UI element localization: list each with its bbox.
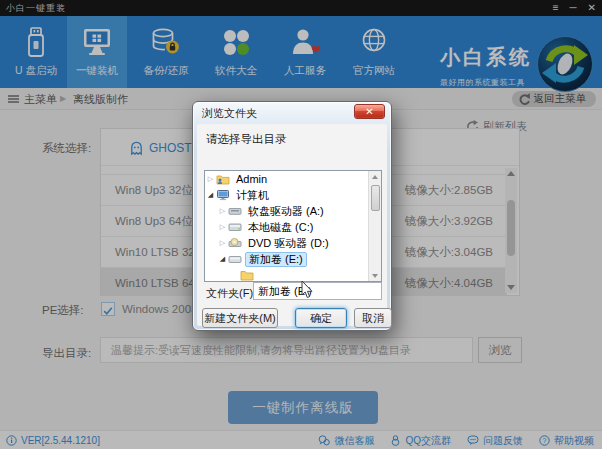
dialog-close-button[interactable]: ✕ <box>354 104 385 119</box>
ok-button[interactable]: 确定 <box>295 308 347 328</box>
dvd-drive-icon <box>228 237 242 249</box>
tree-label-selected: 新加卷 (E:) <box>245 252 307 267</box>
tree-item-partial <box>205 267 381 282</box>
folder-field-label: 文件夹(F): <box>206 286 256 301</box>
tree-label: DVD 驱动器 (D:) <box>245 237 332 250</box>
dialog-prompt: 请选择导出目录 <box>206 132 287 147</box>
tree-item-admin[interactable]: ▷ Admin <box>205 171 381 187</box>
tree-item-disk-c[interactable]: ▷ 本地磁盘 (C:) <box>205 219 381 235</box>
tree-item-dvd-d[interactable]: ▷ DVD 驱动器 (D:) <box>205 235 381 251</box>
user-folder-icon <box>216 173 230 185</box>
expander-collapsed-icon[interactable]: ▷ <box>217 207 228 215</box>
folder-name-input[interactable] <box>253 282 382 300</box>
folder-tree: ▷ Admin ◢ 计算机 ▷ <box>204 170 382 282</box>
disk-volume-icon <box>228 253 242 265</box>
tree-item-volume-e-selected[interactable]: ◢ 新加卷 (E:) <box>205 251 381 267</box>
tree-label: 本地磁盘 (C:) <box>245 221 316 234</box>
mouse-cursor <box>301 281 313 299</box>
tree-label: 软盘驱动器 (A:) <box>245 205 327 218</box>
computer-icon <box>216 189 230 201</box>
scrollbar-thumb[interactable] <box>371 185 380 211</box>
cancel-button[interactable]: 取消 <box>354 308 392 328</box>
floppy-drive-icon <box>228 205 242 217</box>
expander-expanded-icon[interactable]: ◢ <box>205 191 216 199</box>
expander-collapsed-icon[interactable]: ▷ <box>217 223 228 231</box>
folder-icon <box>240 269 254 281</box>
expander-expanded-icon[interactable]: ◢ <box>217 255 228 263</box>
scroll-up-icon[interactable] <box>372 175 378 179</box>
new-folder-button[interactable]: 新建文件夹(M) <box>202 308 278 328</box>
dialog-body: 请选择导出目录 ▷ Admin ◢ <box>197 124 387 326</box>
dialog-title: 浏览文件夹 <box>202 106 257 121</box>
app-window: 小白一键重装 ≡ ─ ✕ U 盘启动 <box>0 0 602 449</box>
tree-item-computer[interactable]: ◢ 计算机 <box>205 187 381 203</box>
tree-label: 计算机 <box>233 189 272 202</box>
expander-collapsed-icon[interactable]: ▷ <box>205 175 216 183</box>
scroll-down-icon[interactable] <box>372 274 378 278</box>
tree-scrollbar[interactable] <box>368 171 381 281</box>
hard-disk-icon <box>228 221 242 233</box>
tree-label: Admin <box>233 173 270 186</box>
tree-item-floppy-a[interactable]: ▷ 软盘驱动器 (A:) <box>205 203 381 219</box>
browse-folder-dialog: 浏览文件夹 ✕ 请选择导出目录 ▷ Admin ◢ <box>192 101 392 331</box>
expander-collapsed-icon[interactable]: ▷ <box>217 239 228 247</box>
close-icon: ✕ <box>365 106 373 117</box>
